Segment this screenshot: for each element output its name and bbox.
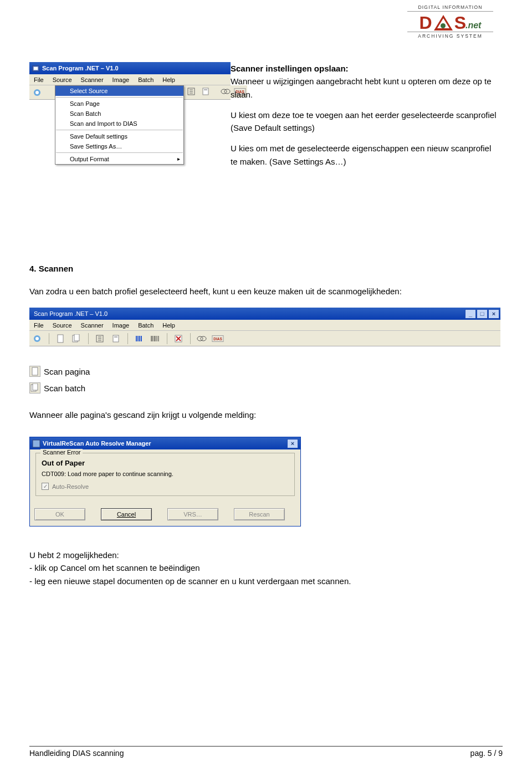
svg-rect-20	[114, 336, 117, 338]
section-4-intro: Van zodra u een batch profiel geselectee…	[29, 285, 500, 298]
cancel-button[interactable]: Cancel	[101, 508, 152, 520]
after-icons-text: Wanneer alle pagina's gescand zijn krijg…	[29, 410, 256, 420]
options-icon[interactable]	[185, 85, 198, 98]
scan-page-label: Scan pagina	[44, 367, 90, 376]
window-titlebar[interactable]: Scan Program .NET – V1.0	[29, 62, 231, 74]
scan-page-label-line: Scan pagina	[29, 366, 90, 377]
red-x-icon[interactable]	[172, 333, 185, 345]
vrs-dialog: VirtualReScan Auto Resolve Manager × Sca…	[29, 437, 301, 526]
toolbar-2: DIAS	[29, 331, 500, 346]
auto-resolve-checkbox[interactable]: ✓	[42, 483, 49, 490]
scan-batch-small-icon	[29, 382, 40, 393]
dias2-icon[interactable]: DIAS	[211, 333, 224, 345]
scan-program-menu-screenshot: Scan Program .NET – V1.0 File Source Sca…	[29, 62, 231, 100]
scan-page-item[interactable]: Scan Page	[55, 99, 183, 109]
menu-source[interactable]: Source	[48, 321, 76, 330]
possibility-2: - leg een nieuwe stapel documenten op de…	[29, 575, 500, 587]
dialog-close-button[interactable]: ×	[287, 439, 298, 448]
scan-program-toolbar-screenshot: Scan Program .NET – V1.0 _ □ × File Sour…	[29, 308, 500, 346]
svg-point-23	[201, 336, 206, 341]
error-message: CDT009: Load more paper to continue scan…	[42, 471, 289, 477]
menu-file[interactable]: File	[29, 321, 48, 330]
side-heading: Scanner instellingen opslaan:	[231, 64, 349, 73]
ok-button[interactable]: OK	[34, 508, 85, 520]
svg-rect-29	[33, 440, 40, 447]
select-source-item[interactable]: Select Source	[55, 86, 183, 96]
svg-rect-5	[203, 88, 208, 95]
dialog-icon	[32, 439, 40, 448]
menu-image[interactable]: Image	[108, 75, 134, 84]
window-title: Scan Program .NET – V1.0	[42, 65, 119, 71]
page-footer: Handleiding DIAS scanning pag. 5 / 9	[29, 746, 503, 758]
section-4: 4. Scannen Van zodra u een batch profiel…	[29, 262, 500, 298]
preview-icon[interactable]	[199, 85, 212, 98]
menubar[interactable]: File Source Scanner Image Batch Help	[29, 74, 231, 85]
svg-rect-26	[32, 367, 38, 375]
save-default-settings-item[interactable]: Save Default settings	[55, 131, 183, 141]
vrs-button[interactable]: VRS…	[167, 508, 218, 520]
svg-rect-6	[204, 89, 207, 90]
svg-text:DIAS: DIAS	[213, 336, 222, 340]
source-icon[interactable]	[30, 86, 44, 99]
maximize-button[interactable]: □	[477, 309, 488, 319]
menu-batch[interactable]: Batch	[134, 75, 158, 84]
possibilities-heading: U hebt 2 mogelijkheden:	[29, 549, 500, 561]
close-button[interactable]: ×	[488, 309, 499, 319]
footer-right: pag. 5 / 9	[470, 749, 503, 758]
scanner-menu-dropdown: Select Source Scan Page Scan Batch Scan …	[55, 85, 184, 165]
auto-resolve-label: Auto-Resolve	[52, 483, 89, 490]
svg-point-22	[197, 336, 203, 341]
scan-page-icon[interactable]	[54, 333, 67, 345]
menu-scanner[interactable]: Scanner	[76, 321, 108, 330]
menu-file[interactable]: File	[29, 75, 48, 84]
menu-help[interactable]: Help	[158, 75, 180, 84]
logo-letter-d: D	[420, 14, 432, 32]
output-format-item[interactable]: Output Format	[55, 154, 183, 164]
window-titlebar-2[interactable]: Scan Program .NET – V1.0 _ □ ×	[29, 308, 500, 320]
svg-point-14	[35, 337, 39, 340]
svg-rect-19	[113, 335, 119, 342]
scan-batch-label-line: Scan batch	[29, 382, 85, 393]
logo-top-text: DIGITAL INFORMATION	[407, 4, 493, 12]
window-icon	[32, 64, 40, 73]
preview2-icon[interactable]	[109, 333, 122, 345]
scan-batch-icon[interactable]	[70, 333, 83, 345]
dias-logo: DIGITAL INFORMATION D S .net ARCHIVING S…	[407, 4, 493, 39]
side-p3: U kies om met de geselecteerde eigenscha…	[231, 142, 497, 168]
menu-help[interactable]: Help	[158, 321, 180, 330]
section-4-title: 4. Scannen	[29, 262, 500, 275]
out-of-paper-text: Out of Paper	[42, 459, 289, 467]
minimize-button[interactable]: _	[465, 309, 476, 319]
scan-batch-item[interactable]: Scan Batch	[55, 109, 183, 119]
svg-rect-17	[74, 334, 79, 341]
bars-icon[interactable]	[132, 333, 146, 345]
options2-icon[interactable]	[93, 333, 106, 345]
menubar-2[interactable]: File Source Scanner Image Batch Help	[29, 320, 500, 331]
possibility-1: - klik op Cancel om het scannen te beëin…	[29, 561, 500, 574]
rescan-button[interactable]: Rescan	[234, 508, 285, 520]
dialog-title: VirtualReScan Auto Resolve Manager	[43, 440, 151, 447]
side-p2: U kiest om deze toe te voegen aan het ee…	[231, 109, 497, 135]
menu-image[interactable]: Image	[108, 321, 134, 330]
link2-icon[interactable]	[195, 333, 208, 345]
side-p1: Wanneer u wijzigingen aangebracht hebt k…	[231, 76, 492, 99]
svg-rect-1	[34, 67, 38, 70]
scanner-error-fieldset: Scanner Error Out of Paper CDT009: Load …	[35, 453, 295, 496]
scan-import-dias-item[interactable]: Scan and Import to DIAS	[55, 119, 183, 129]
barcode-icon[interactable]	[149, 333, 162, 345]
logo-dotnet: .net	[466, 21, 481, 30]
save-settings-as-item[interactable]: Save Settings As…	[55, 141, 183, 151]
logo-letter-s: S	[454, 14, 466, 32]
window-title-2: Scan Program .NET – V1.0	[34, 310, 108, 317]
menu-scanner[interactable]: Scanner	[76, 75, 108, 84]
after-dialog-text: U hebt 2 mogelijkheden: - klik op Cancel…	[29, 549, 500, 587]
scan-batch-label: Scan batch	[44, 384, 85, 393]
fieldset-legend: Scanner Error	[40, 449, 83, 456]
svg-rect-15	[58, 335, 63, 343]
svg-point-8	[224, 89, 230, 94]
menu-batch[interactable]: Batch	[134, 321, 158, 330]
dialog-titlebar[interactable]: VirtualReScan Auto Resolve Manager ×	[30, 437, 300, 449]
source-icon[interactable]	[30, 333, 44, 345]
menu-source[interactable]: Source	[48, 75, 76, 84]
logo-triangle-icon	[434, 15, 453, 30]
